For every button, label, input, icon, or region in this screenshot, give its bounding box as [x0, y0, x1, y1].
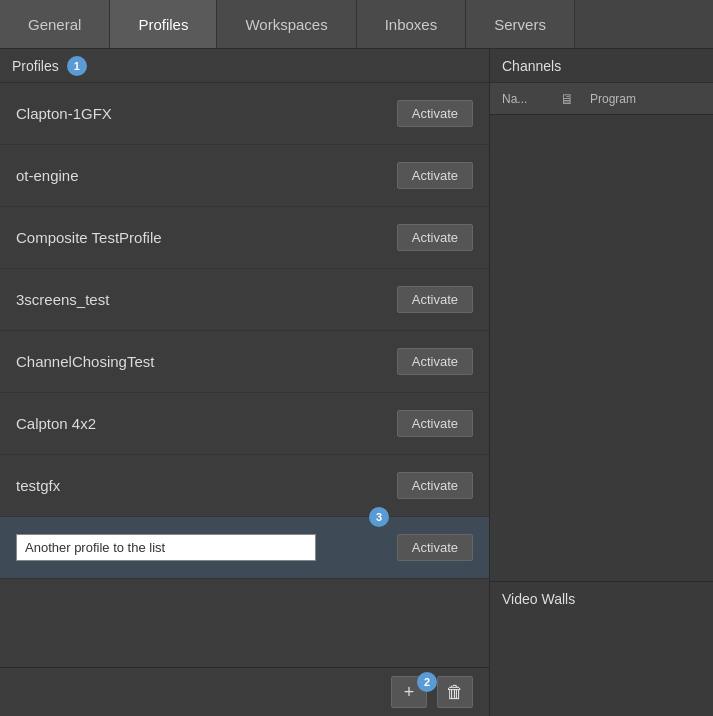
list-item: Calpton 4x2 Activate — [0, 393, 489, 455]
video-walls-header: Video Walls — [490, 582, 713, 616]
channels-table-header: Na... 🖥 Program — [490, 83, 713, 115]
channels-section: Channels Na... 🖥 Program — [490, 49, 713, 581]
channels-col-program: Program — [586, 92, 640, 106]
profile-list: Clapton-1GFX Activate ot-engine Activate… — [0, 83, 489, 579]
profile-name: Clapton-1GFX — [16, 105, 397, 122]
video-walls-section: Video Walls — [490, 581, 713, 716]
badge-2: 2 — [417, 672, 437, 692]
tab-general[interactable]: General — [0, 0, 110, 48]
profile-name: Calpton 4x2 — [16, 415, 397, 432]
main-layout: Profiles 1 Clapton-1GFX Activate ot-engi… — [0, 49, 713, 716]
plus-icon: + — [404, 682, 415, 703]
list-item: ot-engine Activate — [0, 145, 489, 207]
tab-servers[interactable]: Servers — [466, 0, 575, 48]
list-item: Composite TestProfile Activate — [0, 207, 489, 269]
trash-icon: 🗑 — [446, 682, 464, 703]
panel-header: Profiles 1 — [0, 49, 489, 83]
delete-profile-button[interactable]: 🗑 — [437, 676, 473, 708]
video-walls-content — [490, 616, 713, 716]
tab-bar: General Profiles Workspaces Inboxes Serv… — [0, 0, 713, 49]
monitor-icon: 🖥 — [560, 91, 574, 107]
activate-button-0[interactable]: Activate — [397, 100, 473, 127]
activate-button-2[interactable]: Activate — [397, 224, 473, 251]
new-profile-row: 3 Activate — [0, 517, 489, 579]
activate-button-3[interactable]: Activate — [397, 286, 473, 313]
list-item: 3screens_test Activate — [0, 269, 489, 331]
profile-name: Composite TestProfile — [16, 229, 397, 246]
profile-list-container[interactable]: Clapton-1GFX Activate ot-engine Activate… — [0, 83, 489, 667]
profiles-badge-1: 1 — [67, 56, 87, 76]
profile-name: 3screens_test — [16, 291, 397, 308]
channels-col-name: Na... — [498, 92, 548, 106]
tab-workspaces[interactable]: Workspaces — [217, 0, 356, 48]
profile-name: ot-engine — [16, 167, 397, 184]
activate-button-6[interactable]: Activate — [397, 472, 473, 499]
left-panel: Profiles 1 Clapton-1GFX Activate ot-engi… — [0, 49, 490, 716]
profile-name: testgfx — [16, 477, 397, 494]
new-profile-input[interactable] — [16, 534, 316, 561]
profile-name: ChannelChosingTest — [16, 353, 397, 370]
activate-button-5[interactable]: Activate — [397, 410, 473, 437]
panel-title: Profiles — [12, 58, 59, 74]
tab-profiles[interactable]: Profiles — [110, 0, 217, 48]
list-item: Clapton-1GFX Activate — [0, 83, 489, 145]
list-item: testgfx Activate — [0, 455, 489, 517]
channels-header: Channels — [490, 49, 713, 83]
right-panel: Channels Na... 🖥 Program Video Walls — [490, 49, 713, 716]
activate-button-4[interactable]: Activate — [397, 348, 473, 375]
badge-3: 3 — [369, 507, 389, 527]
tab-inboxes[interactable]: Inboxes — [357, 0, 467, 48]
activate-button-1[interactable]: Activate — [397, 162, 473, 189]
bottom-toolbar: 2 + 🗑 — [0, 667, 489, 716]
activate-button-new[interactable]: Activate — [397, 534, 473, 561]
list-item: ChannelChosingTest Activate — [0, 331, 489, 393]
channels-content — [490, 115, 713, 581]
